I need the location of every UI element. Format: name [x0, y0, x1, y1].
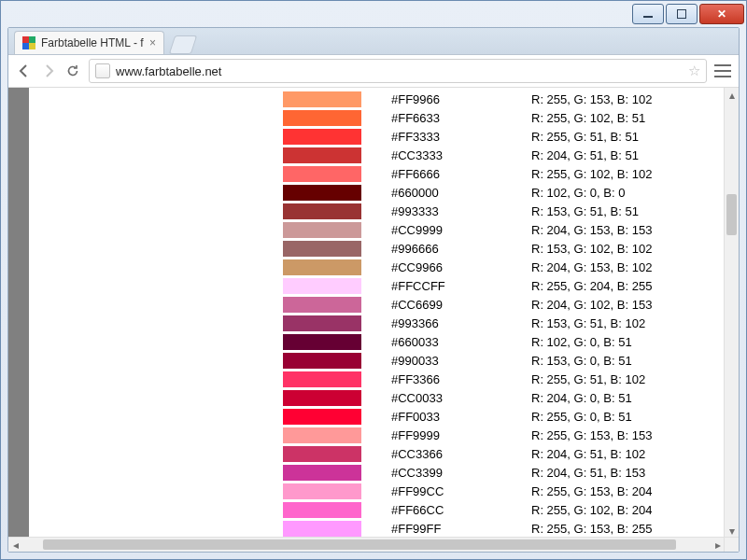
window-close-button[interactable]: ✕: [699, 4, 744, 24]
scrollbar-corner: [724, 537, 739, 552]
hex-value: #993333: [361, 204, 513, 218]
table-row: #996666R: 153, G: 102, B: 102: [29, 239, 725, 258]
window-controls: ✕: [632, 4, 744, 24]
forward-button[interactable]: [40, 63, 57, 79]
browser-frame: Farbtabelle HTML - farbta × www.farbtabe…: [7, 27, 740, 553]
rgb-value: R: 255, G: 102, B: 51: [513, 111, 645, 125]
page-viewport: #FF9966R: 255, G: 153, B: 102#FF6633R: 2…: [8, 88, 739, 552]
color-swatch: [283, 110, 361, 126]
hex-value: #CC0033: [361, 391, 513, 405]
color-swatch: [283, 259, 361, 275]
table-row: #990033R: 153, G: 0, B: 51: [29, 351, 725, 370]
hex-value: #660000: [361, 186, 513, 200]
color-swatch: [283, 521, 361, 537]
tab-close-icon[interactable]: ×: [149, 36, 156, 49]
hscroll-track[interactable]: [22, 538, 711, 552]
new-tab-button[interactable]: [169, 35, 197, 54]
reload-button[interactable]: [64, 63, 81, 79]
table-row: #FF99FFR: 255, G: 153, B: 255: [29, 519, 725, 538]
rgb-value: R: 255, G: 51, B: 102: [513, 372, 645, 386]
hex-value: #FF6633: [361, 111, 513, 125]
table-row: #FFCCFFR: 255, G: 204, B: 255: [29, 276, 725, 295]
rgb-value: R: 255, G: 102, B: 102: [513, 167, 652, 181]
hex-value: #FF0033: [361, 410, 513, 424]
rgb-value: R: 153, G: 51, B: 102: [513, 316, 645, 330]
table-row: #CC3333R: 204, G: 51, B: 51: [29, 146, 725, 164]
tab-strip: Farbtabelle HTML - farbta ×: [8, 28, 739, 55]
hex-value: #FF66CC: [361, 503, 513, 517]
rgb-value: R: 255, G: 51, B: 51: [513, 130, 639, 144]
window-maximize-button[interactable]: [666, 4, 698, 24]
hex-value: #CC9966: [361, 260, 513, 274]
rgb-value: R: 204, G: 51, B: 153: [513, 466, 645, 480]
address-bar[interactable]: www.farbtabelle.net ☆: [89, 59, 707, 83]
color-swatch: [283, 166, 361, 182]
browser-menu-button[interactable]: [714, 64, 731, 77]
vscroll-track[interactable]: [725, 102, 739, 524]
scroll-left-button[interactable]: ◂: [8, 538, 22, 552]
rgb-value: R: 204, G: 51, B: 102: [513, 447, 645, 461]
rgb-value: R: 204, G: 51, B: 51: [513, 148, 639, 162]
hex-value: #CC3333: [361, 148, 513, 162]
window-minimize-button[interactable]: [632, 4, 664, 24]
scroll-down-button[interactable]: ▾: [725, 524, 739, 538]
hex-value: #CC3366: [361, 447, 513, 461]
color-swatch: [283, 390, 361, 406]
scroll-up-button[interactable]: ▴: [725, 88, 739, 102]
table-row: #FF6666R: 255, G: 102, B: 102: [29, 164, 725, 183]
vscroll-thumb[interactable]: [726, 194, 737, 235]
table-row: #CC9966R: 204, G: 153, B: 102: [29, 258, 725, 276]
browser-tab[interactable]: Farbtabelle HTML - farbta ×: [14, 31, 164, 54]
hex-value: #FFCCFF: [361, 279, 513, 293]
bookmark-star-icon[interactable]: ☆: [688, 63, 700, 79]
rgb-value: R: 255, G: 204, B: 255: [513, 279, 652, 293]
table-row: #FF9966R: 255, G: 153, B: 102: [29, 90, 725, 108]
rgb-value: R: 255, G: 153, B: 204: [513, 484, 652, 498]
color-table: #FF9966R: 255, G: 153, B: 102#FF6633R: 2…: [29, 88, 725, 538]
hex-value: #FF6666: [361, 167, 513, 181]
color-swatch: [283, 222, 361, 238]
rgb-value: R: 204, G: 153, B: 102: [513, 260, 652, 274]
hex-value: #990033: [361, 354, 513, 368]
rgb-value: R: 153, G: 102, B: 102: [513, 242, 652, 256]
table-row: #FF3333R: 255, G: 51, B: 51: [29, 127, 725, 146]
hex-value: #FF9966: [361, 92, 513, 106]
hex-value: #FF3366: [361, 372, 513, 386]
color-swatch: [283, 91, 361, 107]
color-swatch: [283, 427, 361, 443]
rgb-value: R: 204, G: 0, B: 51: [513, 391, 632, 405]
table-row: #FF9999R: 255, G: 153, B: 153: [29, 426, 725, 444]
color-swatch: [283, 129, 361, 145]
table-row: #660000R: 102, G: 0, B: 0: [29, 183, 725, 202]
color-swatch: [283, 203, 361, 219]
hex-value: #996666: [361, 242, 513, 256]
hex-value: #660033: [361, 335, 513, 349]
tab-title: Farbtabelle HTML - farbta: [41, 36, 144, 49]
hex-value: #993366: [361, 316, 513, 330]
table-row: #FF66CCR: 255, G: 102, B: 204: [29, 500, 725, 519]
table-row: #CC3399R: 204, G: 51, B: 153: [29, 463, 725, 482]
rgb-value: R: 153, G: 51, B: 51: [513, 204, 639, 218]
scroll-right-button[interactable]: ▸: [711, 538, 725, 552]
rgb-value: R: 102, G: 0, B: 51: [513, 335, 632, 349]
table-row: #CC6699R: 204, G: 102, B: 153: [29, 295, 725, 314]
rgb-value: R: 102, G: 0, B: 0: [513, 186, 625, 200]
table-row: #CC0033R: 204, G: 0, B: 51: [29, 388, 725, 407]
hex-value: #FF9999: [361, 428, 513, 442]
rgb-value: R: 255, G: 153, B: 153: [513, 428, 652, 442]
back-button[interactable]: [16, 63, 33, 79]
color-swatch: [283, 315, 361, 331]
table-row: #FF0033R: 255, G: 0, B: 51: [29, 407, 725, 426]
horizontal-scrollbar[interactable]: ◂ ▸: [8, 537, 725, 552]
hex-value: #FF3333: [361, 130, 513, 144]
hscroll-thumb[interactable]: [43, 539, 676, 550]
favicon-icon: [22, 36, 35, 49]
color-swatch: [283, 353, 361, 369]
rgb-value: R: 204, G: 153, B: 153: [513, 223, 652, 237]
color-swatch: [283, 297, 361, 313]
page-left-margin: [8, 88, 29, 538]
color-swatch: [283, 241, 361, 257]
vertical-scrollbar[interactable]: ▴ ▾: [724, 88, 739, 538]
table-row: #FF6633R: 255, G: 102, B: 51: [29, 108, 725, 127]
page-content[interactable]: #FF9966R: 255, G: 153, B: 102#FF6633R: 2…: [8, 88, 725, 538]
